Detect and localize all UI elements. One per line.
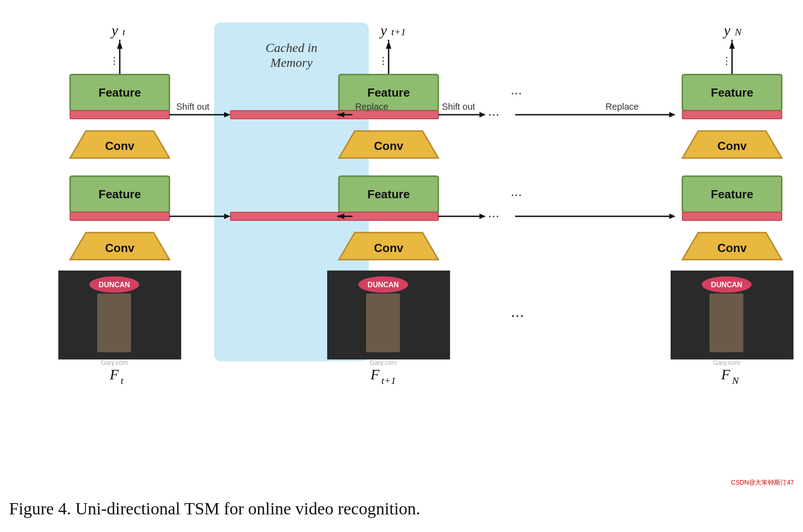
svg-text:Feature: Feature	[99, 86, 141, 99]
svg-text:···: ···	[511, 187, 522, 201]
svg-text:Replace: Replace	[355, 102, 388, 112]
svg-rect-32	[339, 111, 438, 119]
svg-text:Memory: Memory	[270, 56, 313, 70]
svg-text:t: t	[121, 375, 124, 386]
svg-text:y: y	[723, 22, 731, 38]
svg-text:y: y	[379, 22, 387, 38]
watermark: CSDN@大笨钟斯汀47	[731, 479, 794, 487]
svg-text:DUNCAN: DUNCAN	[99, 281, 130, 289]
svg-marker-56	[669, 112, 676, 117]
svg-text:···: ···	[488, 208, 499, 223]
svg-text:F: F	[109, 366, 119, 383]
svg-text:Feature: Feature	[367, 86, 410, 99]
svg-rect-11	[70, 212, 169, 220]
svg-text:N: N	[734, 26, 742, 37]
svg-text:Conv: Conv	[105, 139, 135, 153]
svg-rect-18	[97, 294, 131, 352]
svg-text:Replace: Replace	[606, 102, 639, 112]
svg-text:DUNCAN: DUNCAN	[711, 281, 742, 289]
svg-rect-20	[230, 111, 352, 119]
svg-rect-73	[682, 212, 782, 220]
svg-marker-52	[479, 112, 486, 117]
svg-rect-24	[230, 212, 352, 220]
svg-rect-6	[70, 111, 169, 119]
svg-text:Gary.com: Gary.com	[713, 359, 740, 366]
svg-text:y: y	[110, 22, 118, 38]
svg-text:DUNCAN: DUNCAN	[367, 281, 399, 289]
svg-text:Shift out: Shift out	[442, 102, 475, 112]
svg-rect-68	[682, 111, 782, 119]
svg-text:Conv: Conv	[374, 139, 404, 153]
svg-rect-49	[366, 294, 400, 352]
svg-text:t+1: t+1	[391, 26, 406, 37]
svg-text:Cached in: Cached in	[266, 41, 317, 55]
svg-marker-59	[479, 214, 486, 219]
svg-rect-80	[709, 294, 743, 352]
svg-text:Conv: Conv	[374, 241, 404, 255]
svg-text:Feature: Feature	[367, 187, 410, 201]
svg-text:F: F	[721, 366, 730, 383]
svg-text:N: N	[732, 375, 739, 386]
svg-text:Feature: Feature	[711, 86, 753, 99]
svg-text:t: t	[122, 26, 126, 37]
svg-text:Shift out: Shift out	[176, 102, 210, 112]
svg-text:Feature: Feature	[99, 187, 141, 201]
svg-text:⋮: ⋮	[378, 55, 388, 66]
svg-text:Gary.com: Gary.com	[101, 359, 128, 366]
svg-text:···: ···	[488, 106, 499, 121]
svg-text:Conv: Conv	[105, 241, 135, 255]
svg-text:···: ···	[511, 85, 522, 100]
svg-text:···: ···	[511, 306, 524, 324]
svg-marker-62	[669, 214, 676, 219]
svg-text:Conv: Conv	[718, 139, 747, 153]
svg-text:⋮: ⋮	[109, 55, 119, 66]
svg-text:F: F	[370, 366, 380, 383]
svg-rect-40	[339, 212, 438, 220]
svg-text:Conv: Conv	[718, 241, 747, 255]
svg-text:⋮: ⋮	[722, 55, 732, 66]
main-container: Feature Conv Feature Conv DUNCAN Gary.co…	[0, 0, 803, 532]
svg-text:Feature: Feature	[711, 187, 753, 201]
svg-text:Gary.com: Gary.com	[370, 359, 397, 366]
svg-text:t+1: t+1	[381, 375, 396, 386]
